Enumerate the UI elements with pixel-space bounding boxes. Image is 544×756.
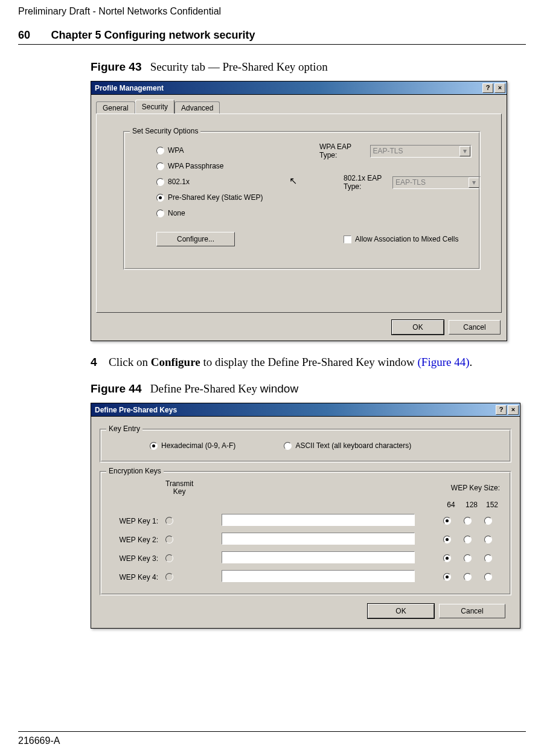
transmit-key-1[interactable] <box>165 517 173 525</box>
wep2-size-128[interactable] <box>464 536 472 543</box>
wep3-size-128[interactable] <box>464 554 472 562</box>
radio-psk[interactable] <box>156 194 164 202</box>
radio-ascii[interactable] <box>284 442 292 450</box>
wep-key-3-row: WEP Key 3: <box>109 549 502 568</box>
wep4-size-152[interactable] <box>484 573 492 581</box>
wep-key-3-input[interactable] <box>222 551 415 563</box>
step-number: 4 <box>91 356 109 369</box>
cursor-icon: ↖ <box>289 175 297 187</box>
define-psk-dialog: Define Pre-Shared Keys ? × Key Entry Hex… <box>91 403 520 629</box>
size-128-header: 128 <box>461 498 482 511</box>
allow-mixed-cells-checkbox[interactable] <box>344 235 351 243</box>
transmit-header-2: Key <box>173 487 186 496</box>
wep-key-4-label: WEP Key 4: <box>109 568 163 586</box>
ok-button[interactable]: OK <box>392 320 444 335</box>
wep-key-4-input[interactable] <box>222 570 415 582</box>
help-icon[interactable]: ? <box>496 405 507 415</box>
wep-key-1-label: WEP Key 1: <box>109 511 163 530</box>
size-152-header: 152 <box>482 498 502 511</box>
figure-44-caption: Figure 44 Define Pre-Shared Key window <box>91 382 526 396</box>
wep-key-size-header: WEP Key Size: <box>451 484 500 492</box>
dialog-title: Profile Management <box>95 84 164 92</box>
wpa-eap-type-value: EAP-TLS <box>373 147 403 155</box>
wep1-size-128[interactable] <box>464 517 472 525</box>
wep4-size-64[interactable] <box>443 573 451 581</box>
wep-key-2-label: WEP Key 2: <box>109 530 163 549</box>
figure-44-link[interactable]: (Figure 44) <box>418 356 470 368</box>
close-icon[interactable]: × <box>508 405 519 415</box>
opt-wpa-pass-row: WPA Passphrase <box>156 158 472 174</box>
opt-none-row: None <box>156 205 472 221</box>
wep4-size-128[interactable] <box>464 573 472 581</box>
configure-button[interactable]: Configure... <box>156 232 235 246</box>
encryption-keys-legend: Encryption Keys <box>106 467 164 475</box>
radio-ascii-label: ASCII Text (all keyboard characters) <box>295 441 411 450</box>
transmit-header-1: Transmit <box>165 479 193 488</box>
figure-43-text: Security tab — Pre-Shared Key option <box>150 60 328 73</box>
chevron-down-icon: ▾ <box>459 146 470 156</box>
figure-43-caption: Figure 43 Security tab — Pre-Shared Key … <box>91 60 526 74</box>
dialog44-button-row: OK Cancel <box>100 595 511 624</box>
chapter-title: Chapter 5 Configuring network security <box>51 29 255 41</box>
ok-button[interactable]: OK <box>368 604 434 618</box>
tab-general[interactable]: General <box>96 101 135 114</box>
wep-key-1-input[interactable] <box>222 514 415 526</box>
radio-hex[interactable] <box>150 442 158 450</box>
radio-8021x[interactable] <box>156 178 164 186</box>
radio-wpa[interactable] <box>156 147 164 155</box>
footer-rule <box>18 731 526 732</box>
radio-none-label: None <box>168 209 185 217</box>
radio-wpa-passphrase[interactable] <box>156 162 164 170</box>
opt-8021x-row: 802.1x ↖ 802.1x EAP Type: EAP-TLS ▾ <box>156 174 472 190</box>
wep2-size-152[interactable] <box>484 536 492 543</box>
tab-strip: General Security Advanced <box>91 95 507 114</box>
dialog-titlebar: Profile Management ? × <box>91 82 507 95</box>
tab-security[interactable]: Security <box>135 100 174 114</box>
figure-44-lead: Figure 44 <box>91 382 141 395</box>
radio-none[interactable] <box>156 210 164 217</box>
wpa-eap-type-label: WPA EAP Type: <box>319 143 366 159</box>
help-icon[interactable]: ? <box>482 83 493 93</box>
wep2-size-64[interactable] <box>443 536 451 543</box>
profile-management-dialog: Profile Management ? × General Security … <box>91 81 507 341</box>
key-entry-legend: Key Entry <box>106 424 142 433</box>
transmit-key-2[interactable] <box>165 536 173 543</box>
key-entry-group: Key Entry Hexadecimal (0-9, A-F) ASCII T… <box>100 429 511 463</box>
tab-panel-security: Set Security Options WPA WPA EAP Type: E… <box>96 114 502 313</box>
transmit-key-3[interactable] <box>165 554 173 562</box>
dot1x-eap-type-combo: EAP-TLS ▾ <box>392 176 481 189</box>
opt-psk-row: Pre-Shared Key (Static WEP) <box>156 190 472 205</box>
radio-8021x-label: 802.1x <box>168 178 190 186</box>
radio-psk-label: Pre-Shared Key (Static WEP) <box>168 193 263 202</box>
figure-44-text-b: window <box>260 382 298 395</box>
encryption-keys-group: Encryption Keys Transmit Key WEP Key Siz… <box>100 471 511 595</box>
wep1-size-152[interactable] <box>484 517 492 525</box>
wep3-size-64[interactable] <box>443 554 451 562</box>
radio-wpa-passphrase-label: WPA Passphrase <box>168 162 223 170</box>
figure-43-lead: Figure 43 <box>91 60 141 73</box>
dialog-button-row: OK Cancel <box>91 318 507 341</box>
dot1x-eap-type-value: EAP-TLS <box>395 178 426 187</box>
set-security-options-group: Set Security Options WPA WPA EAP Type: E… <box>123 131 481 270</box>
wep-key-2-row: WEP Key 2: <box>109 530 502 549</box>
radio-wpa-label: WPA <box>168 146 184 155</box>
wep1-size-64[interactable] <box>443 517 451 525</box>
step-text: Click on Configure to display the Define… <box>109 356 472 369</box>
preliminary-draft-label: Preliminary Draft - Nortel Networks Conf… <box>18 6 526 17</box>
cancel-button[interactable]: Cancel <box>439 604 505 618</box>
size-64-header: 64 <box>441 498 461 511</box>
document-id: 216669-A <box>18 735 60 746</box>
step-4: 4 Click on Configure to display the Defi… <box>91 356 526 369</box>
chapter-header-row: 60 Chapter 5 Configuring network securit… <box>18 29 526 45</box>
transmit-key-4[interactable] <box>165 573 173 581</box>
chevron-down-icon: ▾ <box>469 178 479 188</box>
wep-key-2-input[interactable] <box>222 533 415 545</box>
cancel-button[interactable]: Cancel <box>449 320 501 335</box>
tab-advanced[interactable]: Advanced <box>174 101 220 114</box>
close-icon[interactable]: × <box>494 83 505 93</box>
dialog44-title: Define Pre-Shared Keys <box>95 406 177 414</box>
radio-hex-label: Hexadecimal (0-9, A-F) <box>161 441 235 450</box>
wep-key-4-row: WEP Key 4: <box>109 568 502 586</box>
wep-key-3-label: WEP Key 3: <box>109 549 163 568</box>
wep3-size-152[interactable] <box>484 554 492 562</box>
